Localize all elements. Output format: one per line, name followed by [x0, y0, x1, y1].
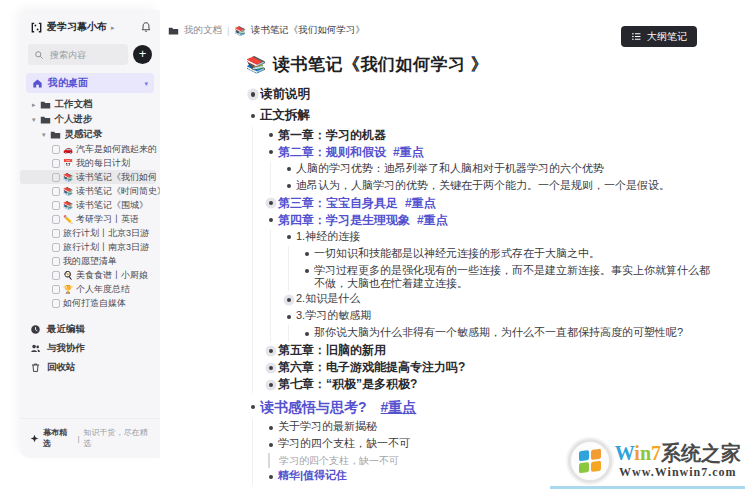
node-text[interactable]: 第六章：电子游戏能提高专注力吗?: [278, 360, 465, 375]
bullet-icon[interactable]: [300, 326, 314, 341]
topic-tag[interactable]: #重点: [381, 399, 417, 415]
node-text[interactable]: 读前说明: [260, 87, 310, 102]
document-title-text[interactable]: 读书笔记《我们如何学习 》: [273, 53, 488, 76]
node-text[interactable]: 迪昂认为，人脑学习的优势，关键在于两个能力。一个是规则，一个是假设。: [296, 179, 670, 192]
outline-node[interactable]: 第七章：“积极”是多积极?: [264, 376, 717, 393]
create-new-button[interactable]: +: [133, 45, 152, 64]
node-text[interactable]: 正文拆解: [260, 108, 310, 123]
outline-node[interactable]: 第三章：宝宝自身具足#重点: [264, 195, 717, 212]
bullet-icon[interactable]: [264, 145, 278, 160]
sidebar-doc-item[interactable]: 如何打造自媒体: [20, 296, 160, 310]
sidebar-doc-item[interactable]: 旅行计划丨南京3日游: [20, 240, 160, 254]
node-text[interactable]: 那你说大脑为什么非得有一个敏感期，为什么不一直都保持高度的可塑性呢?: [314, 326, 683, 339]
bullet-icon[interactable]: [264, 377, 278, 392]
outline-node[interactable]: 第六章：电子游戏能提高专注力吗?: [264, 359, 717, 376]
node-text[interactable]: 读书感悟与思考?#重点: [260, 399, 416, 416]
breadcrumb-folder[interactable]: 我的文档: [184, 24, 222, 37]
bullet-icon[interactable]: [264, 469, 278, 484]
bullet-icon[interactable]: [264, 128, 278, 143]
node-text[interactable]: 2.知识是什么: [296, 292, 360, 305]
document-title[interactable]: 📚 读书笔记《我们如何学习 》: [246, 53, 717, 76]
node-text[interactable]: 学习过程更多的是强化现有的一些连接，而不是建立新连接。事实上你就算什么都不做，大…: [314, 264, 717, 291]
node-text[interactable]: 一切知识和技能都是以神经元连接的形式存在于大脑之中。: [314, 247, 600, 260]
node-text[interactable]: 关于学习的最新揭秘: [278, 420, 377, 433]
outline-node[interactable]: 第四章：学习是生理现象#重点: [264, 212, 717, 229]
outline-node[interactable]: 那你说大脑为什么非得有一个敏感期，为什么不一直都保持高度的可塑性呢?: [300, 325, 717, 342]
outline-node[interactable]: 3.学习的敏感期: [282, 308, 717, 325]
bullet-icon[interactable]: [300, 247, 314, 262]
outline-node[interactable]: 关于学习的最新揭秘: [264, 419, 717, 436]
search-box[interactable]: [28, 44, 128, 65]
outline-node[interactable]: 1.神经的连接: [282, 229, 717, 246]
chevron-down-icon[interactable]: ▾: [144, 80, 148, 87]
outline-node[interactable]: 读前说明: [246, 84, 717, 105]
outline-note-button[interactable]: 大纲笔记: [621, 26, 697, 47]
sidebar-doc-item[interactable]: ✏️考研学习丨英语: [20, 212, 160, 226]
bullet-icon[interactable]: [300, 264, 314, 279]
sidebar-doc-item[interactable]: 📅我的每日计划: [20, 156, 160, 170]
outline-node[interactable]: 人脑的学习优势：迪昂列举了和人脑相对于机器学习的六个优势: [282, 161, 717, 178]
node-text[interactable]: 学习的四个支柱，缺一不可: [278, 437, 410, 450]
outline-node[interactable]: 第一章：学习的机器: [264, 127, 717, 144]
sidebar-doc-item[interactable]: 📚读书笔记《时间简史》: [20, 184, 160, 198]
chevron-right-icon[interactable]: ▸: [32, 101, 36, 108]
bullet-icon[interactable]: [264, 437, 278, 452]
sidebar-doc-item[interactable]: 🍳美食食谱丨小厨娘: [20, 268, 160, 282]
bullet-icon[interactable]: [282, 292, 296, 307]
node-text[interactable]: 第一章：学习的机器: [278, 128, 386, 143]
bullet-icon[interactable]: [282, 162, 296, 177]
bullet-icon[interactable]: [264, 196, 278, 211]
sidebar-item-recent[interactable]: 最近编辑: [20, 320, 160, 339]
sidebar-doc-item[interactable]: 🚗汽车是如何跑起来的: [20, 142, 160, 156]
bullet-icon[interactable]: [264, 213, 278, 228]
sidebar-item-my-desktop[interactable]: 我的桌面 ▾: [26, 73, 154, 93]
sidebar-doc-item[interactable]: 我的愿望清单: [20, 254, 160, 268]
node-text[interactable]: 3.学习的敏感期: [296, 309, 371, 322]
outline-node[interactable]: 读书感悟与思考?#重点: [246, 393, 717, 419]
sidebar-doc-item[interactable]: 📚读书笔记《围城》: [20, 198, 160, 212]
mubu-featured-banner[interactable]: 幕布精选 | 知识干货，尽在精选: [20, 418, 160, 458]
bullet-icon[interactable]: [282, 179, 296, 194]
search-input[interactable]: [48, 49, 118, 61]
notification-bell-icon[interactable]: [140, 21, 152, 33]
bullet-icon[interactable]: [246, 108, 260, 123]
bullet-icon[interactable]: [246, 87, 260, 102]
node-text[interactable]: 精华|值得记住: [278, 469, 347, 482]
chevron-down-icon[interactable]: ▾: [42, 131, 46, 138]
outline-node[interactable]: 第二章：规则和假设#重点: [264, 144, 717, 161]
chevron-down-icon[interactable]: ▾: [32, 116, 36, 123]
sidebar-item-collaboration[interactable]: 与我协作: [20, 339, 160, 358]
breadcrumb-document[interactable]: 读书笔记《我们如何学习》: [251, 24, 365, 37]
document-icon: [52, 229, 60, 238]
sidebar-doc-item[interactable]: 🏆个人年度总结: [20, 282, 160, 296]
bullet-icon[interactable]: [264, 420, 278, 435]
node-text[interactable]: 第四章：学习是生理现象#重点: [278, 213, 448, 228]
sidebar-doc-item-selected[interactable]: 📚读书笔记《我们如何学...: [20, 170, 156, 184]
sidebar-folder-personal[interactable]: ▾ 个人进步: [20, 112, 160, 127]
node-text[interactable]: 第三章：宝宝自身具足#重点: [278, 196, 436, 211]
bullet-icon[interactable]: [282, 230, 296, 245]
node-text[interactable]: 第七章：“积极”是多积极?: [278, 377, 417, 392]
workspace-switcher[interactable]: 爱学习幕小布 ▸: [20, 10, 160, 40]
node-text[interactable]: 1.神经的连接: [296, 230, 360, 243]
sidebar-folder-inspiration[interactable]: ▾ 灵感记录: [20, 127, 160, 142]
bullet-icon[interactable]: [282, 309, 296, 324]
outline-node[interactable]: 一切知识和技能都是以神经元连接的形式存在于大脑之中。: [300, 246, 717, 263]
outline-node[interactable]: 2.知识是什么: [282, 291, 717, 308]
outline-node[interactable]: 正文拆解: [246, 105, 717, 126]
topic-tag[interactable]: #重点: [417, 213, 448, 227]
topic-tag[interactable]: #重点: [405, 196, 436, 210]
topic-tag[interactable]: #重点: [393, 145, 424, 159]
outline-node[interactable]: 迪昂认为，人脑学习的优势，关键在于两个能力。一个是规则，一个是假设。: [282, 178, 717, 195]
sidebar-folder-work[interactable]: ▸ 工作文档: [20, 97, 160, 112]
sidebar-item-trash[interactable]: 回收站: [20, 358, 160, 377]
node-text[interactable]: 第二章：规则和假设#重点: [278, 145, 424, 160]
node-text[interactable]: 第五章：旧脑的新用: [278, 343, 386, 358]
node-text[interactable]: 人脑的学习优势：迪昂列举了和人脑相对于机器学习的六个优势: [296, 162, 604, 175]
outline-node[interactable]: 学习过程更多的是强化现有的一些连接，而不是建立新连接。事实上你就算什么都不做，大…: [300, 263, 717, 292]
outline-node[interactable]: 第五章：旧脑的新用: [264, 342, 717, 359]
bullet-icon[interactable]: [264, 343, 278, 358]
bullet-icon[interactable]: [264, 360, 278, 375]
bullet-icon[interactable]: [246, 399, 260, 414]
sidebar-doc-item[interactable]: 旅行计划丨北京3日游: [20, 226, 160, 240]
